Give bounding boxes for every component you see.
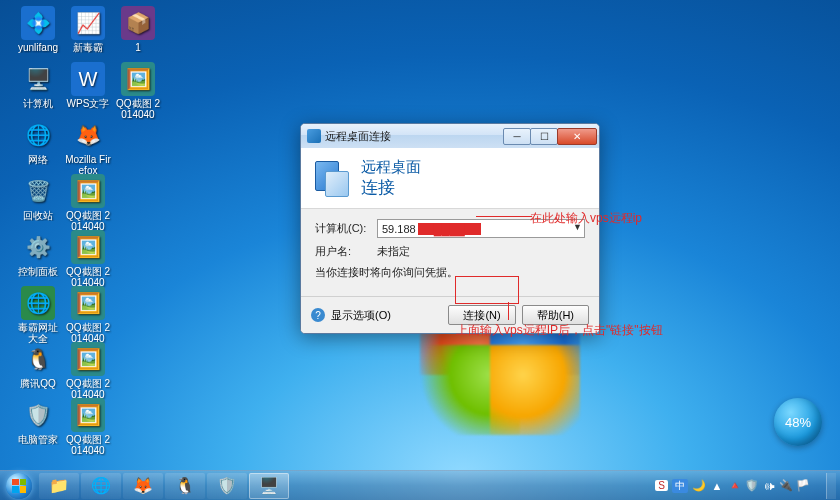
annotation-input: 在此处输入vps远程ip bbox=[530, 210, 642, 227]
icon-label: WPS文字 bbox=[64, 98, 112, 109]
icon-glyph: 🖥️ bbox=[21, 62, 55, 96]
taskbar-qq[interactable]: 🐧 bbox=[165, 473, 205, 499]
desktop-icon-腾讯QQ[interactable]: 🐧腾讯QQ bbox=[14, 342, 62, 389]
header-line2: 连接 bbox=[361, 177, 421, 198]
desktop-icon-控制面板[interactable]: ⚙️控制面板 bbox=[14, 230, 62, 277]
start-button[interactable] bbox=[0, 471, 38, 501]
redacted-ip: ████ bbox=[418, 223, 481, 235]
tray-icon-4[interactable]: 🏳️ bbox=[796, 479, 810, 493]
icon-label: QQ截图 20140401… bbox=[64, 266, 112, 288]
help-icon[interactable]: ? bbox=[311, 308, 325, 322]
username-label: 用户名: bbox=[315, 244, 377, 259]
icon-label: 1 bbox=[114, 42, 162, 53]
icon-glyph: 🖼️ bbox=[71, 342, 105, 376]
annotation-arrow-1 bbox=[476, 216, 532, 217]
ime-indicator-s[interactable]: S bbox=[655, 480, 668, 491]
icon-glyph: 🛡️ bbox=[21, 398, 55, 432]
titlebar[interactable]: 远程桌面连接 ─ ☐ ✕ bbox=[301, 124, 599, 148]
icon-glyph: 📦 bbox=[121, 6, 155, 40]
ime-indicator-cn[interactable]: 中 bbox=[672, 479, 688, 493]
desktop-icon-回收站[interactable]: 🗑️回收站 bbox=[14, 174, 62, 221]
icon-glyph: 🐧 bbox=[21, 342, 55, 376]
desktop-icon-WPS文字[interactable]: WWPS文字 bbox=[64, 62, 112, 109]
show-options-link[interactable]: 显示选项(O) bbox=[331, 308, 448, 323]
icon-glyph: 🖼️ bbox=[71, 174, 105, 208]
dialog-header: ↻ 远程桌面 连接 bbox=[301, 148, 599, 209]
desktop-icon-yunlifang[interactable]: 💠yunlifang bbox=[14, 6, 62, 53]
icon-label: 新毒霸 bbox=[64, 42, 112, 53]
taskbar-rdp[interactable]: 🖥️ bbox=[249, 473, 289, 499]
rdp-dialog: 远程桌面连接 ─ ☐ ✕ ↻ 远程桌面 连接 计算机(C): 59.188 ██… bbox=[300, 123, 600, 334]
icon-glyph: 🖼️ bbox=[71, 398, 105, 432]
taskbar-explorer[interactable]: 📁 bbox=[39, 473, 79, 499]
desktop-icon-QQ截图-20140401…[interactable]: 🖼️QQ截图 20140401… bbox=[64, 174, 112, 232]
desktop-icon-1[interactable]: 📦1 bbox=[114, 6, 162, 53]
icon-label: QQ截图 20140401… bbox=[64, 322, 112, 344]
credential-note: 当你连接时将向你询问凭据。 bbox=[315, 265, 585, 280]
desktop-icon-QQ截图-20140401…[interactable]: 🖼️QQ截图 20140401… bbox=[64, 286, 112, 344]
icon-label: QQ截图 20140401… bbox=[64, 210, 112, 232]
computer-label: 计算机(C): bbox=[315, 221, 377, 236]
desktop-icon-网络[interactable]: 🌐网络 bbox=[14, 118, 62, 165]
minimize-button[interactable]: ─ bbox=[503, 128, 531, 145]
icon-label: 回收站 bbox=[14, 210, 62, 221]
annotation-connect: 上面输入vps远程IP后，点击"链接"按钮 bbox=[456, 322, 663, 339]
desktop-icon-毒霸网址大全[interactable]: 🌐毒霸网址大全 bbox=[14, 286, 62, 344]
icon-glyph: 🌐 bbox=[21, 118, 55, 152]
icon-glyph: 🦊 bbox=[71, 118, 105, 152]
icon-glyph: 💠 bbox=[21, 6, 55, 40]
header-line1: 远程桌面 bbox=[361, 158, 421, 177]
sync-arrows-icon: ↻ bbox=[335, 181, 349, 195]
icon-label: 电脑管家 bbox=[14, 434, 62, 445]
maximize-button[interactable]: ☐ bbox=[530, 128, 558, 145]
tray-icon-1[interactable]: 🛡️ bbox=[745, 479, 759, 493]
computer-value: 59.188 bbox=[382, 223, 416, 235]
window-title: 远程桌面连接 bbox=[325, 129, 504, 144]
ime-moon-icon[interactable]: 🌙 bbox=[692, 479, 706, 493]
icon-label: QQ截图 20140401… bbox=[64, 434, 112, 456]
icon-label: yunlifang bbox=[14, 42, 62, 53]
desktop-icon-Mozilla-Firefox[interactable]: 🦊Mozilla Firefox bbox=[64, 118, 112, 176]
tray-icon-2[interactable]: 🕪 bbox=[762, 479, 776, 493]
desktop-icon-QQ截图-20140401…[interactable]: 🖼️QQ截图 20140401… bbox=[114, 62, 162, 120]
icon-label: QQ截图 20140401… bbox=[64, 378, 112, 400]
desktop-icon-计算机[interactable]: 🖥️计算机 bbox=[14, 62, 62, 109]
rdp-icon bbox=[307, 129, 321, 143]
icon-glyph: 🖼️ bbox=[71, 286, 105, 320]
username-value: 未指定 bbox=[377, 244, 410, 259]
desktop-icon-QQ截图-20140401…[interactable]: 🖼️QQ截图 20140401… bbox=[64, 342, 112, 400]
annotation-arrow-2 bbox=[508, 302, 509, 320]
icon-glyph: 🖼️ bbox=[71, 230, 105, 264]
taskbar-firefox[interactable]: 🦊 bbox=[123, 473, 163, 499]
show-desktop-button[interactable] bbox=[826, 473, 836, 499]
taskbar-chrome[interactable]: 🌐 bbox=[81, 473, 121, 499]
rdp-big-icon: ↻ bbox=[313, 159, 351, 197]
icon-glyph: W bbox=[71, 62, 105, 96]
taskbar: 📁🌐🦊🐧🛡️🖥️ S 中 🌙 ▲ 🔺🛡️🕪🔌🏳️ bbox=[0, 470, 840, 500]
icon-label: 计算机 bbox=[14, 98, 62, 109]
desktop-icon-QQ截图-20140401…[interactable]: 🖼️QQ截图 20140401… bbox=[64, 398, 112, 456]
icon-label: QQ截图 20140401… bbox=[114, 98, 162, 120]
desktop-icon-QQ截图-20140401…[interactable]: 🖼️QQ截图 20140401… bbox=[64, 230, 112, 288]
icon-label: 网络 bbox=[14, 154, 62, 165]
icon-glyph: 🗑️ bbox=[21, 174, 55, 208]
icon-label: Mozilla Firefox bbox=[64, 154, 112, 176]
close-button[interactable]: ✕ bbox=[557, 128, 597, 145]
icon-glyph: 🌐 bbox=[21, 286, 55, 320]
tray-icon-0[interactable]: 🔺 bbox=[728, 479, 742, 493]
tray-icon-3[interactable]: 🔌 bbox=[779, 479, 793, 493]
icon-glyph: 🖼️ bbox=[121, 62, 155, 96]
tray-chevron-up-icon[interactable]: ▲ bbox=[710, 479, 724, 493]
desktop-icon-新毒霸[interactable]: 📈新毒霸 bbox=[64, 6, 112, 53]
desktop-icon-电脑管家[interactable]: 🛡️电脑管家 bbox=[14, 398, 62, 445]
taskbar-guanjia[interactable]: 🛡️ bbox=[207, 473, 247, 499]
icon-label: 控制面板 bbox=[14, 266, 62, 277]
icon-label: 毒霸网址大全 bbox=[14, 322, 62, 344]
icon-glyph: 📈 bbox=[71, 6, 105, 40]
system-tray: S 中 🌙 ▲ 🔺🛡️🕪🔌🏳️ bbox=[651, 473, 840, 499]
icon-glyph: ⚙️ bbox=[21, 230, 55, 264]
percent-badge[interactable]: 48% bbox=[774, 398, 822, 446]
icon-label: 腾讯QQ bbox=[14, 378, 62, 389]
